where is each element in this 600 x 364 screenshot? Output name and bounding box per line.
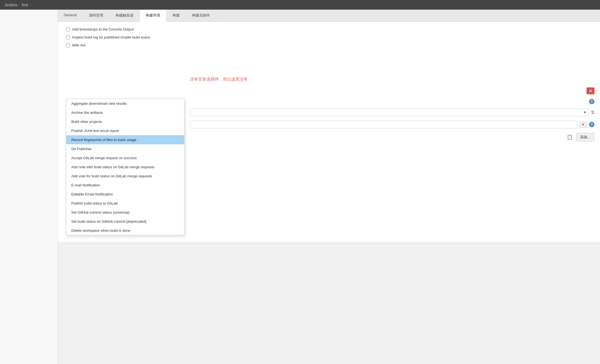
main-content: General 源码管理 构建触发器 构建环境 构建 构建后操作 Add tim… <box>58 10 600 242</box>
menu-item-email-editable[interactable]: Editable Email Notification <box>66 190 184 199</box>
x-button[interactable]: X <box>587 87 594 94</box>
menu-item-delete-workspace[interactable]: Delete workspace when build is done <box>66 226 184 235</box>
menu-item-email[interactable]: E-mail Notification <box>66 181 184 190</box>
menu-item-github-deprecated[interactable]: Set build status on GitHub commit [depre… <box>66 217 184 226</box>
tab-source[interactable]: 源码管理 <box>83 10 110 21</box>
menu-item-note-gitlab[interactable]: Add note with build status on GitLab mer… <box>66 162 184 172</box>
tabs-bar: General 源码管理 构建触发器 构建环境 构建 构建后操作 <box>58 10 600 22</box>
ant-label: With Ant <box>72 43 85 47</box>
menu-item-aggregate[interactable]: Aggregate downstream test results <box>66 99 184 108</box>
tab-triggers[interactable]: 构建触发器 <box>110 10 140 21</box>
dropdown-menu: Aggregate downstream test results Archiv… <box>66 99 184 235</box>
menu-item-git-publisher[interactable]: Git Publisher <box>66 144 184 153</box>
menu-item-junit[interactable]: Publish JUnit test result report <box>66 126 184 135</box>
tab-build[interactable]: 构建 <box>167 10 186 21</box>
notice-text: 没有安装该插件，所以这里没有 <box>190 77 594 82</box>
first-link[interactable]: first <box>22 3 28 7</box>
menu-item-vote-gitlab[interactable]: Add vote for build status on GitLab merg… <box>66 172 184 181</box>
timestamps-label: Add timestamps to the Console Output <box>72 27 133 31</box>
input-row: ▼ ? <box>190 121 594 128</box>
content-area: Add timestamps to the Console Output Ins… <box>58 22 600 242</box>
text-input[interactable] <box>190 121 577 128</box>
right-panel: 没有安装该插件，所以这里没有 X ? ⇅ ▼ ? <box>190 77 594 146</box>
advanced-button[interactable]: 高级... <box>576 133 594 142</box>
pencil-icon: 📋 <box>567 134 573 140</box>
menu-item-accept-gitlab[interactable]: Accept GitLab merge request on success <box>66 153 184 162</box>
dropdown-arrow-button[interactable]: ▼ <box>579 122 587 128</box>
select-row: ⇅ <box>190 109 594 116</box>
select-control[interactable] <box>190 109 589 116</box>
menu-item-fingerprints[interactable]: Record fingerprints of files to track us… <box>66 135 184 144</box>
gradle-label: Inspect build log for published Gradle b… <box>72 35 150 39</box>
sidebar <box>0 10 58 364</box>
ant-checkbox[interactable] <box>66 43 70 47</box>
help-icon-2[interactable]: ? <box>589 122 594 127</box>
menu-item-publish-gitlab[interactable]: Publish build status to GitLab <box>66 199 184 208</box>
topbar: Jenkins › first › <box>0 0 600 10</box>
menu-item-archive[interactable]: Archive the artifacts <box>66 108 184 117</box>
advanced-row: 📋 高级... <box>190 133 594 142</box>
checkbox-gradle: Inspect build log for published Gradle b… <box>66 35 592 39</box>
tab-general[interactable]: General <box>58 10 83 21</box>
help-icon-1[interactable]: ? <box>589 99 594 104</box>
checkbox-ant: With Ant <box>66 43 592 47</box>
breadcrumb-chevron: › <box>19 3 20 7</box>
gradle-checkbox[interactable] <box>66 35 70 39</box>
pencil-icon-button[interactable]: 📋 <box>566 133 574 141</box>
tab-post[interactable]: 构建后操作 <box>186 10 216 21</box>
menu-item-github-status[interactable]: Set GitHub commit status (universal) <box>66 208 184 217</box>
checkbox-timestamps: Add timestamps to the Console Output <box>66 27 592 31</box>
x-row: X <box>190 87 594 94</box>
jenkins-link[interactable]: Jenkins <box>4 3 17 7</box>
tab-env[interactable]: 构建环境 <box>140 10 167 22</box>
timestamps-checkbox[interactable] <box>66 27 70 31</box>
menu-item-build-other[interactable]: Build other projects <box>66 117 184 126</box>
breadcrumb-chevron2: › <box>30 3 31 7</box>
spinner-icon: ⇅ <box>591 110 594 115</box>
